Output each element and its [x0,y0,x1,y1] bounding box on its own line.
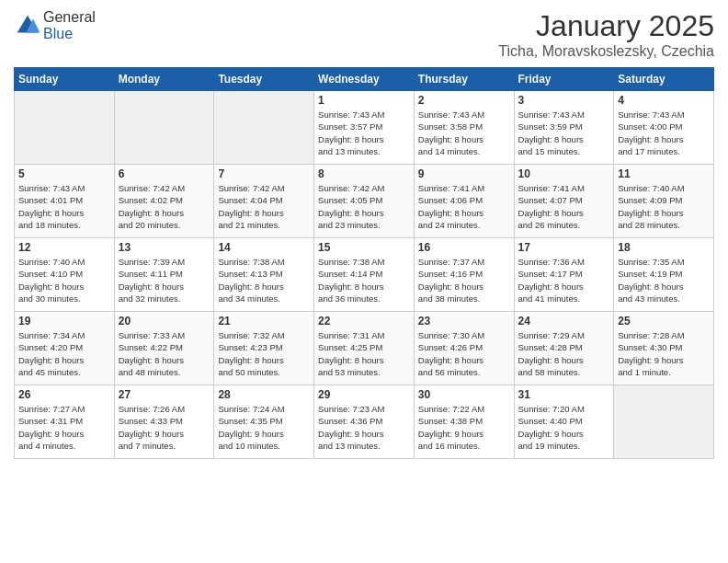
calendar-cell: 27Sunrise: 7:26 AM Sunset: 4:33 PM Dayli… [114,385,214,459]
calendar-cell: 24Sunrise: 7:29 AM Sunset: 4:28 PM Dayli… [514,312,614,385]
day-number: 1 [318,94,410,107]
day-number: 20 [119,315,210,327]
cell-content: Sunrise: 7:29 AM Sunset: 4:28 PM Dayligh… [518,329,610,378]
header: General Blue January 2025 Ticha, Moravsk… [14,9,714,60]
cell-content: Sunrise: 7:38 AM Sunset: 4:14 PM Dayligh… [318,256,410,304]
logo-general: General [43,9,96,25]
day-number: 4 [618,94,710,107]
day-number: 16 [418,241,510,254]
cell-content: Sunrise: 7:26 AM Sunset: 4:33 PM Dayligh… [119,403,210,452]
header-cell-saturday: Saturday [614,68,714,91]
calendar-cell: 17Sunrise: 7:36 AM Sunset: 4:17 PM Dayli… [514,238,614,312]
day-number: 28 [218,388,310,401]
cell-content: Sunrise: 7:23 AM Sunset: 4:36 PM Dayligh… [318,403,410,452]
calendar-cell [214,91,314,165]
cell-content: Sunrise: 7:24 AM Sunset: 4:35 PM Dayligh… [218,403,310,452]
calendar-cell: 14Sunrise: 7:38 AM Sunset: 4:13 PM Dayli… [214,238,314,312]
day-number: 13 [119,241,210,254]
header-cell-tuesday: Tuesday [214,68,314,91]
cell-content: Sunrise: 7:40 AM Sunset: 4:09 PM Dayligh… [618,182,710,231]
calendar-cell: 12Sunrise: 7:40 AM Sunset: 4:10 PM Dayli… [15,238,115,312]
day-number: 19 [18,315,110,327]
cell-content: Sunrise: 7:33 AM Sunset: 4:22 PM Dayligh… [119,329,210,378]
header-cell-sunday: Sunday [15,68,115,91]
calendar-cell: 3Sunrise: 7:43 AM Sunset: 3:59 PM Daylig… [514,91,614,165]
cell-content: Sunrise: 7:43 AM Sunset: 4:00 PM Dayligh… [618,109,710,157]
day-number: 3 [518,94,610,107]
day-number: 9 [418,167,510,180]
calendar-cell: 16Sunrise: 7:37 AM Sunset: 4:16 PM Dayli… [414,238,514,312]
day-number: 5 [18,167,110,180]
cell-content: Sunrise: 7:38 AM Sunset: 4:13 PM Dayligh… [218,256,310,304]
day-number: 27 [119,388,210,401]
calendar-cell: 9Sunrise: 7:41 AM Sunset: 4:06 PM Daylig… [414,165,514,238]
calendar-cell: 7Sunrise: 7:42 AM Sunset: 4:04 PM Daylig… [214,165,314,238]
week-row-5: 26Sunrise: 7:27 AM Sunset: 4:31 PM Dayli… [15,385,714,459]
day-number: 7 [218,167,310,180]
cell-content: Sunrise: 7:43 AM Sunset: 3:57 PM Dayligh… [318,109,410,157]
calendar-cell: 10Sunrise: 7:41 AM Sunset: 4:07 PM Dayli… [514,165,614,238]
day-number: 18 [618,241,710,254]
calendar-cell: 30Sunrise: 7:22 AM Sunset: 4:38 PM Dayli… [414,385,514,459]
day-number: 2 [418,94,510,107]
cell-content: Sunrise: 7:32 AM Sunset: 4:23 PM Dayligh… [218,329,310,378]
calendar-cell: 13Sunrise: 7:39 AM Sunset: 4:11 PM Dayli… [114,238,214,312]
calendar-cell: 8Sunrise: 7:42 AM Sunset: 4:05 PM Daylig… [314,165,415,238]
cell-content: Sunrise: 7:34 AM Sunset: 4:20 PM Dayligh… [18,329,110,378]
day-number: 30 [418,388,510,401]
logo-blue-text: Blue [43,26,73,41]
calendar-cell: 25Sunrise: 7:28 AM Sunset: 4:30 PM Dayli… [614,312,714,385]
day-number: 14 [218,241,310,254]
day-number: 25 [618,315,710,327]
calendar-cell [114,91,214,165]
calendar-cell: 20Sunrise: 7:33 AM Sunset: 4:22 PM Dayli… [114,312,214,385]
cell-content: Sunrise: 7:41 AM Sunset: 4:06 PM Dayligh… [418,182,510,231]
cell-content: Sunrise: 7:37 AM Sunset: 4:16 PM Dayligh… [418,256,510,304]
day-number: 24 [518,315,610,327]
calendar-cell: 1Sunrise: 7:43 AM Sunset: 3:57 PM Daylig… [314,91,415,165]
day-number: 21 [218,315,310,327]
header-row: SundayMondayTuesdayWednesdayThursdayFrid… [15,68,714,91]
calendar-cell: 4Sunrise: 7:43 AM Sunset: 4:00 PM Daylig… [614,91,714,165]
cell-content: Sunrise: 7:36 AM Sunset: 4:17 PM Dayligh… [518,256,610,304]
header-cell-friday: Friday [514,68,614,91]
day-number: 17 [518,241,610,254]
calendar-cell: 26Sunrise: 7:27 AM Sunset: 4:31 PM Dayli… [15,385,115,459]
calendar-cell: 28Sunrise: 7:24 AM Sunset: 4:35 PM Dayli… [214,385,314,459]
calendar-cell: 15Sunrise: 7:38 AM Sunset: 4:14 PM Dayli… [314,238,415,312]
cell-content: Sunrise: 7:43 AM Sunset: 3:59 PM Dayligh… [518,109,610,157]
header-cell-thursday: Thursday [414,68,514,91]
calendar-cell: 19Sunrise: 7:34 AM Sunset: 4:20 PM Dayli… [15,312,115,385]
calendar-cell: 6Sunrise: 7:42 AM Sunset: 4:02 PM Daylig… [114,165,214,238]
day-number: 22 [318,315,410,327]
day-number: 8 [318,167,410,180]
calendar-cell: 2Sunrise: 7:43 AM Sunset: 3:58 PM Daylig… [414,91,514,165]
logo-icon [14,12,41,40]
calendar-table: SundayMondayTuesdayWednesdayThursdayFrid… [14,67,714,459]
calendar-cell: 23Sunrise: 7:30 AM Sunset: 4:26 PM Dayli… [414,312,514,385]
cell-content: Sunrise: 7:43 AM Sunset: 3:58 PM Dayligh… [418,109,510,157]
cell-content: Sunrise: 7:28 AM Sunset: 4:30 PM Dayligh… [618,329,710,378]
calendar-cell: 5Sunrise: 7:43 AM Sunset: 4:01 PM Daylig… [15,165,115,238]
day-number: 11 [618,167,710,180]
day-number: 26 [18,388,110,401]
day-number: 6 [119,167,210,180]
calendar-cell [614,385,714,459]
title-block: January 2025 Ticha, Moravskoslezsky, Cze… [498,9,714,60]
cell-content: Sunrise: 7:42 AM Sunset: 4:05 PM Dayligh… [318,182,410,231]
cell-content: Sunrise: 7:27 AM Sunset: 4:31 PM Dayligh… [18,403,110,452]
cell-content: Sunrise: 7:30 AM Sunset: 4:26 PM Dayligh… [418,329,510,378]
calendar-container: General Blue January 2025 Ticha, Moravsk… [0,0,728,468]
month-title: January 2025 [498,9,714,43]
calendar-cell: 21Sunrise: 7:32 AM Sunset: 4:23 PM Dayli… [214,312,314,385]
cell-content: Sunrise: 7:40 AM Sunset: 4:10 PM Dayligh… [18,256,110,304]
logo-text: General Blue [43,9,96,42]
cell-content: Sunrise: 7:43 AM Sunset: 4:01 PM Dayligh… [18,182,110,231]
cell-content: Sunrise: 7:35 AM Sunset: 4:19 PM Dayligh… [618,256,710,304]
day-number: 23 [418,315,510,327]
location-title: Ticha, Moravskoslezsky, Czechia [498,43,714,60]
week-row-4: 19Sunrise: 7:34 AM Sunset: 4:20 PM Dayli… [15,312,714,385]
day-number: 10 [518,167,610,180]
day-number: 29 [318,388,410,401]
week-row-1: 1Sunrise: 7:43 AM Sunset: 3:57 PM Daylig… [15,91,714,165]
